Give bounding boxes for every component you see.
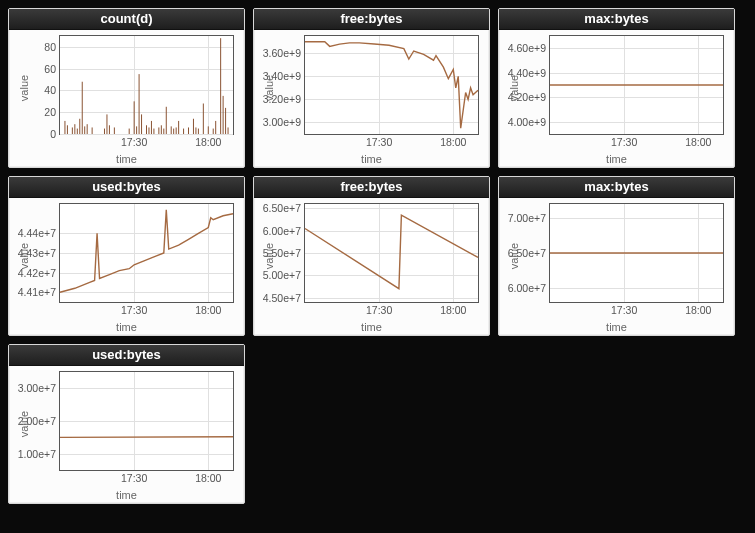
chart-title: max:bytes [499,9,734,30]
chart-panel-free1: free:bytes3.00e+93.20e+93.40e+93.60e+917… [253,8,490,168]
y-tick-label: 40 [44,84,60,96]
chart-panel-max2: max:bytes6.00e+76.50e+77.00e+717:3018:00… [498,176,735,336]
chart-series [550,204,723,302]
chart-plot-area[interactable]: 4.00e+94.20e+94.40e+94.60e+917:3018:00 [549,35,724,135]
chart-series [60,372,233,470]
x-tick-label: 17:30 [121,134,147,148]
y-tick-label: 6.00e+7 [263,225,305,237]
chart-panel-max1: max:bytes4.00e+94.20e+94.40e+94.60e+917:… [498,8,735,168]
chart-plot-area[interactable]: 3.00e+93.20e+93.40e+93.60e+917:3018:00 [304,35,479,135]
x-axis-label: time [116,489,137,501]
y-tick-label: 80 [44,41,60,53]
y-axis-label: value [263,75,275,101]
y-axis-label: value [18,243,30,269]
y-axis-label: value [18,411,30,437]
chart-title: free:bytes [254,177,489,198]
chart-panel-countd: count(d)02040608017:3018:00valuetime [8,8,245,168]
line-series [305,42,478,128]
x-tick-label: 18:00 [685,134,711,148]
y-tick-label: 3.00e+7 [18,382,60,394]
y-tick-label: 4.00e+9 [508,116,550,128]
chart-title: used:bytes [9,345,244,366]
chart-plot-area[interactable]: 02040608017:3018:00 [59,35,234,135]
y-tick-label: 4.41e+7 [18,286,60,298]
chart-title: used:bytes [9,177,244,198]
y-tick-label: 4.44e+7 [18,227,60,239]
chart-series [305,204,478,302]
x-tick-label: 17:30 [611,134,637,148]
x-axis-label: time [606,153,627,165]
x-tick-label: 18:00 [685,302,711,316]
x-axis-label: time [116,153,137,165]
y-tick-label: 4.50e+7 [263,292,305,304]
y-tick-label: 60 [44,63,60,75]
x-tick-label: 18:00 [195,302,221,316]
y-tick-label: 6.00e+7 [508,282,550,294]
x-tick-label: 17:30 [366,134,392,148]
dashboard-grid: count(d)02040608017:3018:00valuetimefree… [0,0,755,512]
y-tick-label: 0 [50,128,60,140]
y-tick-label: 1.00e+7 [18,448,60,460]
chart-title: free:bytes [254,9,489,30]
y-axis-label: value [508,75,520,101]
y-tick-label: 7.00e+7 [508,212,550,224]
x-tick-label: 17:30 [121,302,147,316]
chart-panel-used2: used:bytes1.00e+72.00e+73.00e+717:3018:0… [8,344,245,504]
chart-panel-used1: used:bytes4.41e+74.42e+74.43e+74.44e+717… [8,176,245,336]
y-axis-label: value [18,75,30,101]
y-tick-label: 5.00e+7 [263,269,305,281]
x-tick-label: 18:00 [440,134,466,148]
y-tick-label: 3.00e+9 [263,116,305,128]
x-tick-label: 17:30 [611,302,637,316]
y-axis-label: value [263,243,275,269]
chart-plot-area[interactable]: 1.00e+72.00e+73.00e+717:3018:00 [59,371,234,471]
x-tick-label: 18:00 [195,134,221,148]
x-axis-label: time [361,153,382,165]
line-series [305,215,478,289]
chart-title: max:bytes [499,177,734,198]
line-series [60,437,233,438]
chart-plot-area[interactable]: 4.41e+74.42e+74.43e+74.44e+717:3018:00 [59,203,234,303]
y-tick-label: 20 [44,106,60,118]
x-tick-label: 17:30 [366,302,392,316]
y-axis-label: value [508,243,520,269]
y-tick-label: 4.60e+9 [508,42,550,54]
line-series [60,210,233,292]
x-axis-label: time [606,321,627,333]
x-axis-label: time [361,321,382,333]
y-tick-label: 6.50e+7 [263,202,305,214]
chart-plot-area[interactable]: 6.00e+76.50e+77.00e+717:3018:00 [549,203,724,303]
y-tick-label: 3.60e+9 [263,47,305,59]
x-tick-label: 17:30 [121,470,147,484]
chart-series [60,204,233,302]
chart-series [60,36,233,134]
chart-title: count(d) [9,9,244,30]
x-axis-label: time [116,321,137,333]
chart-series [305,36,478,134]
chart-panel-free2: free:bytes4.50e+75.00e+75.50e+76.00e+76.… [253,176,490,336]
x-tick-label: 18:00 [440,302,466,316]
chart-series [550,36,723,134]
chart-plot-area[interactable]: 4.50e+75.00e+75.50e+76.00e+76.50e+717:30… [304,203,479,303]
x-tick-label: 18:00 [195,470,221,484]
